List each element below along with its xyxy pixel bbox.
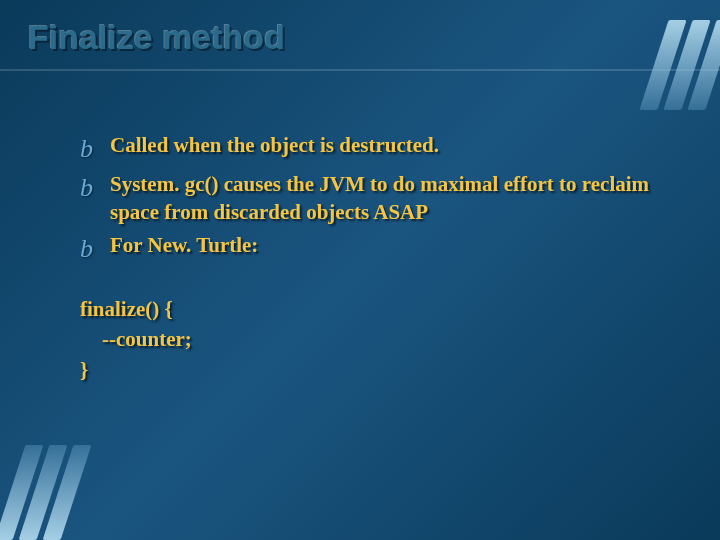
slide-title: Finalize method (28, 18, 720, 57)
code-line: --counter; (80, 324, 660, 354)
decorative-stripes-top (654, 20, 720, 110)
bullet-icon: b (80, 170, 110, 205)
bullet-icon: b (80, 131, 110, 166)
decorative-stripes-bottom (10, 445, 76, 540)
bullet-list: b Called when the object is destructed. … (80, 131, 660, 266)
code-line: } (80, 355, 660, 385)
list-item: b System. gc() causes the JVM to do maxi… (80, 170, 660, 227)
list-item: b For New. Turtle: (80, 231, 660, 266)
bullet-text: For New. Turtle: (110, 231, 258, 259)
code-line: finalize() { (80, 294, 660, 324)
title-bar: Finalize method (0, 0, 720, 71)
bullet-icon: b (80, 231, 110, 266)
code-block: finalize() { --counter; } (80, 294, 660, 385)
slide-content: b Called when the object is destructed. … (0, 71, 720, 385)
bullet-text: Called when the object is destructed. (110, 131, 439, 159)
list-item: b Called when the object is destructed. (80, 131, 660, 166)
bullet-text: System. gc() causes the JVM to do maxima… (110, 170, 660, 227)
